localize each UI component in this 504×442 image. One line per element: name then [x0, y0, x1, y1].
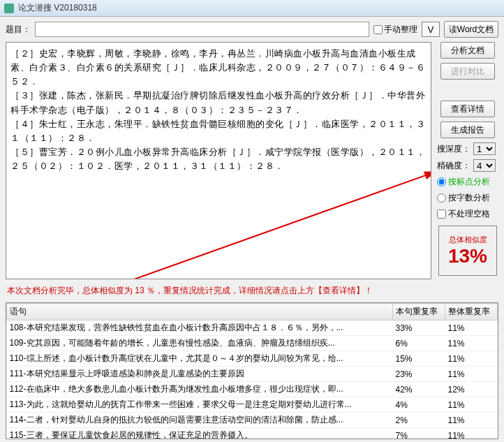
- similarity-box: 总体相似度 13%: [438, 226, 497, 276]
- v-button[interactable]: V: [422, 22, 440, 37]
- read-word-button[interactable]: 读Word文档: [444, 21, 498, 38]
- results-table[interactable]: 语句 本句重复率 整体重复率 108-本研究结果发现，营养性缺铁性贫血在血小板计…: [6, 302, 498, 439]
- report-button[interactable]: 生成报告: [440, 121, 495, 138]
- summary-text: 本次文档分析完毕，总体相似度为 13 ％，重复情况统计完成，详细情况请点击上方【…: [0, 279, 504, 302]
- details-button[interactable]: 查看详情: [440, 101, 495, 117]
- table-row[interactable]: 112-在临床中，绝大多数患儿血小板计数升高为继发性血小板增多症，很少出现症状，…: [7, 382, 498, 397]
- manual-checkbox[interactable]: 手动整理: [373, 24, 417, 36]
- app-icon: [4, 3, 14, 13]
- topic-label: 题目：: [6, 24, 31, 36]
- references-text: ［２］史宏，李晓辉，周敏，李晓静，徐鸣，李丹，冉丛兰．川崎病血小板升高与血清血小…: [10, 47, 427, 173]
- svg-line-0: [132, 172, 431, 279]
- references-panel: ［２］史宏，李晓辉，周敏，李晓静，徐鸣，李丹，冉丛兰．川崎病血小板升高与血清血小…: [6, 42, 431, 279]
- table-row[interactable]: 115-三者，要保证儿童饮食起居的规律性，保证充足的营养摄入。7%11%: [7, 428, 498, 440]
- col-sentence[interactable]: 语句: [7, 304, 393, 321]
- table-row[interactable]: 108-本研究结果发现，营养性缺铁性贫血在血小板计数升高原因中占１８．６％，另外…: [7, 321, 498, 336]
- table-row[interactable]: 111-本研究结果显示上呼吸道感染和肺炎是儿童感染的主要原因23%11%: [7, 367, 498, 382]
- nospace-checkbox[interactable]: 不处理空格: [437, 208, 498, 220]
- precision-select[interactable]: 4: [473, 159, 496, 172]
- col-sentence-rate[interactable]: 本句重复率: [393, 304, 445, 321]
- analyze-button[interactable]: 分析文档: [440, 42, 495, 59]
- punct-radio[interactable]: 按标点分析: [437, 176, 498, 188]
- depth-label: 搜深度：: [437, 143, 470, 155]
- compare-button: 进行对比: [440, 63, 495, 80]
- table-row[interactable]: 110-综上所述，血小板计数升高症状在儿童中，尤其是０～４岁的婴幼儿间较为常见，…: [7, 351, 498, 367]
- window-title: 论文潜搜 V20180318: [18, 2, 97, 14]
- table-row[interactable]: 114-二者，针对婴幼儿自身的抵抗力较低的问题需要注意活动空间的清洁和除菌，防止…: [7, 413, 498, 428]
- table-row[interactable]: 113-为此，这就给婴幼儿的抚育工作带来一些困难，要求父母一是注意定期对婴幼儿进…: [7, 397, 498, 413]
- depth-select[interactable]: 1: [473, 142, 496, 155]
- charcount-radio[interactable]: 按字数分析: [437, 192, 498, 204]
- table-row[interactable]: 109-究其原因，可能随着年龄的增长，儿童患有慢性感染、血液病、肿瘤及结缔组织疾…: [7, 336, 498, 351]
- col-overall-rate[interactable]: 整体重复率: [445, 304, 498, 321]
- precision-label: 精确度：: [437, 160, 470, 172]
- topic-input[interactable]: [35, 22, 369, 37]
